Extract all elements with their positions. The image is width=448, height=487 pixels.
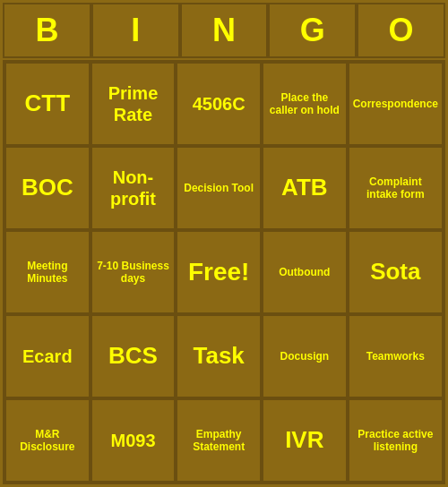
bingo-cell-13[interactable]: Outbound — [262, 230, 348, 314]
bingo-cell-18[interactable]: Docusign — [262, 314, 348, 398]
bingo-cell-6[interactable]: Non-profit — [90, 146, 177, 230]
bingo-cell-1[interactable]: Prime Rate — [90, 62, 177, 146]
bingo-cell-16[interactable]: BCS — [90, 314, 177, 398]
bingo-cell-3[interactable]: Place the caller on hold — [262, 62, 348, 146]
bingo-cell-9[interactable]: Complaint intake form — [348, 146, 444, 230]
bingo-cell-15[interactable]: Ecard — [4, 314, 90, 398]
bingo-cell-14[interactable]: Sota — [348, 230, 444, 314]
bingo-cell-8[interactable]: ATB — [262, 146, 348, 230]
bingo-cell-10[interactable]: Meeting Minutes — [4, 230, 90, 314]
bingo-header: B I N G O — [3, 3, 445, 60]
header-g: G — [268, 3, 357, 58]
bingo-cell-23[interactable]: IVR — [262, 398, 348, 483]
bingo-card: B I N G O CTTPrime Rate4506CPlace the ca… — [0, 0, 448, 487]
bingo-cell-20[interactable]: M&R Disclosure — [4, 398, 90, 483]
bingo-cell-24[interactable]: Practice active listening — [348, 398, 444, 483]
bingo-cell-19[interactable]: Teamworks — [348, 314, 444, 398]
bingo-cell-0[interactable]: CTT — [4, 62, 90, 146]
header-i: I — [91, 3, 180, 58]
header-n: N — [180, 3, 269, 58]
bingo-cell-2[interactable]: 4506C — [176, 62, 262, 146]
bingo-cell-11[interactable]: 7-10 Business days — [90, 230, 177, 314]
bingo-cell-12[interactable]: Free! — [176, 230, 262, 314]
bingo-cell-4[interactable]: Correspondence — [348, 62, 444, 146]
bingo-cell-22[interactable]: Empathy Statement — [176, 398, 262, 483]
bingo-cell-5[interactable]: BOC — [4, 146, 90, 230]
header-b: B — [3, 3, 91, 58]
bingo-cell-21[interactable]: M093 — [90, 398, 177, 483]
bingo-grid: CTTPrime Rate4506CPlace the caller on ho… — [3, 60, 445, 484]
bingo-cell-17[interactable]: Task — [176, 314, 262, 398]
header-o: O — [357, 3, 445, 58]
bingo-cell-7[interactable]: Decision Tool — [176, 146, 262, 230]
